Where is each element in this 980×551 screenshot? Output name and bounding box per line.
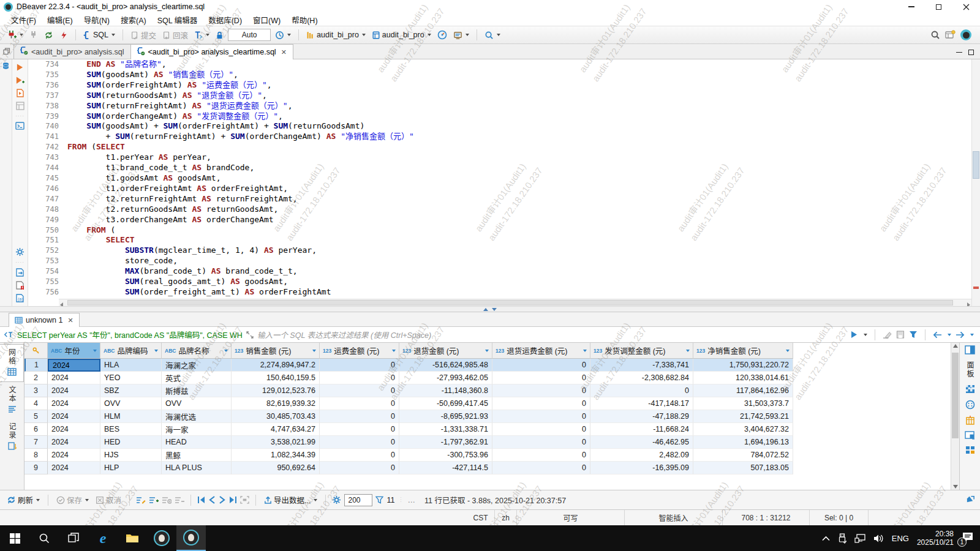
row-number[interactable]: 5	[24, 410, 48, 423]
menu-item-1[interactable]: 编辑(E)	[42, 13, 78, 27]
table-cell[interactable]: 2024	[48, 359, 100, 372]
table-cell[interactable]: 0	[492, 449, 590, 462]
table-cell[interactable]: 0	[320, 462, 399, 474]
lock-button[interactable]	[214, 29, 225, 41]
start-button[interactable]	[0, 525, 29, 551]
table-cell[interactable]: 2024	[48, 436, 100, 449]
table-cell[interactable]: 950,692.64	[232, 462, 320, 474]
table-cell[interactable]: HLM	[100, 410, 162, 423]
table-cell[interactable]: 0	[492, 462, 590, 474]
statusbar-item-1[interactable]: zh	[495, 510, 517, 525]
column-menu-icon[interactable]	[224, 350, 228, 352]
maximize-button[interactable]	[925, 0, 952, 13]
language-indicator[interactable]: ENG	[892, 534, 909, 543]
column-header-7[interactable]: 123发货调整金额 (元)	[590, 343, 693, 359]
collapse-down-icon[interactable]	[492, 308, 497, 311]
duplicate-row-icon[interactable]	[162, 496, 172, 504]
table-cell[interactable]: 0	[492, 397, 590, 410]
table-cell[interactable]: -1,797,362.91	[399, 436, 492, 449]
close-button[interactable]	[952, 0, 980, 13]
column-menu-icon[interactable]	[686, 350, 690, 352]
export-data-button[interactable]: 导出数据...	[262, 493, 319, 507]
table-cell[interactable]: -27,993,462.05	[399, 372, 492, 384]
table-cell[interactable]: -11,668.24	[590, 423, 693, 436]
statusbar-item-4[interactable]: 708 : 1 : 31212	[723, 510, 810, 525]
editor-results-splitter[interactable]	[0, 306, 980, 312]
next-row-icon[interactable]	[219, 496, 225, 504]
result-settings-gear-icon[interactable]	[332, 495, 341, 504]
overflow-ellipsis[interactable]: …	[407, 496, 415, 504]
row-number[interactable]: 7	[24, 436, 48, 449]
table-cell[interactable]: 2,274,894,947.2	[232, 359, 320, 372]
prev-row-icon[interactable]	[209, 496, 216, 504]
table-cell[interactable]: -11,148,360.8	[399, 384, 492, 397]
table-cell[interactable]: 120,338,014.61	[693, 372, 793, 384]
scroll-left-icon[interactable]	[60, 301, 63, 306]
table-cell[interactable]: 斯搏兹	[162, 384, 232, 397]
view-tab-record[interactable]: 记录	[0, 419, 24, 455]
column-header-6[interactable]: 123退货运费金额 (元)	[492, 343, 590, 359]
table-cell[interactable]: 2024	[48, 423, 100, 436]
table-cell[interactable]: 0	[492, 436, 590, 449]
layout-panel-icon[interactable]	[965, 431, 975, 440]
editor-tab-0[interactable]: <audit_bi_pro> analysis.sql	[13, 44, 131, 59]
table-cell[interactable]: 0	[492, 423, 590, 436]
settings-gear-icon[interactable]	[15, 247, 24, 257]
first-row-icon[interactable]	[197, 496, 206, 504]
table-cell[interactable]: 2024	[48, 397, 100, 410]
add-row-icon[interactable]	[149, 496, 159, 504]
menu-item-2[interactable]: 导航(N)	[79, 13, 115, 27]
statusbar-item-2[interactable]: 可写	[517, 510, 625, 525]
commit-button[interactable]: 提交	[129, 28, 158, 42]
menu-item-0[interactable]: 文件(F)	[6, 13, 41, 27]
row-number[interactable]: 9	[24, 462, 48, 474]
perspective-icon[interactable]	[945, 30, 956, 40]
table-row[interactable]: 12024HLA海澜之家2,274,894,947.20-516,624,985…	[24, 359, 951, 372]
file-explorer-button[interactable]	[118, 525, 147, 551]
table-cell[interactable]: -1,331,338.71	[399, 423, 492, 436]
execute-new-tab-icon[interactable]	[15, 76, 24, 84]
results-tab-close-icon[interactable]: ✕	[67, 317, 73, 324]
grid-vertical-scrollbar[interactable]	[951, 343, 959, 490]
table-row[interactable]: 42024OVVOVV82,619,939.320-50,699,417.450…	[24, 397, 951, 410]
tray-chevron-icon[interactable]	[822, 536, 830, 541]
column-header-1[interactable]: ABC品牌编码	[100, 343, 162, 359]
dbeaver-perspective-icon[interactable]	[960, 29, 971, 40]
table-cell[interactable]: -8,695,921.93	[399, 410, 492, 423]
editor-tab-1[interactable]: <audit_bi_pro> analysis_cleartime.sql✕	[130, 44, 293, 59]
column-menu-icon[interactable]	[485, 350, 489, 352]
table-cell[interactable]: -427,114.5	[399, 462, 492, 474]
panels-toggle-icon[interactable]	[966, 495, 975, 504]
column-menu-icon[interactable]	[786, 350, 790, 352]
menu-item-7[interactable]: 帮助(H)	[287, 13, 322, 27]
collapse-up-icon[interactable]	[483, 308, 488, 311]
row-number[interactable]: 4	[24, 397, 48, 410]
table-row[interactable]: 82024HJS黑鲸1,082,344.390-300,753.9602,482…	[24, 449, 951, 462]
row-number[interactable]: 6	[24, 423, 48, 436]
fetch-size-input[interactable]: 200	[344, 494, 372, 506]
table-cell[interactable]: -47,188.29	[590, 410, 693, 423]
table-row[interactable]: 72024HEDHEAD3,538,021.990-1,797,362.910-…	[24, 436, 951, 449]
connection-selector[interactable]: audit_bi_pro	[304, 29, 368, 41]
taskbar-search-button[interactable]	[29, 525, 59, 551]
export-result-icon[interactable]	[16, 268, 24, 277]
table-cell[interactable]: 31,503,373.7	[693, 397, 793, 410]
results-filterbar[interactable]: SELECT perYear AS "年份", brandCode AS "品牌…	[0, 327, 980, 343]
row-number[interactable]: 1	[24, 359, 48, 372]
row-filter-icon[interactable]	[375, 496, 383, 504]
table-cell[interactable]: OVV	[100, 397, 162, 410]
results-tab[interactable]: unknown 1 ✕	[9, 313, 80, 327]
column-menu-icon[interactable]	[93, 350, 97, 352]
statusbar-item-5[interactable]: Sel: 0 | 0	[810, 510, 869, 525]
speaker-icon[interactable]	[873, 534, 884, 543]
delete-row-icon[interactable]	[175, 496, 184, 504]
grid-scroll-up-icon[interactable]	[953, 344, 958, 348]
filters-menu-icon[interactable]	[909, 331, 918, 339]
code-area[interactable]: 734 END AS "品牌名称",735 SUM(goodsAmt) AS "…	[28, 59, 971, 306]
table-cell[interactable]: 1,694,196.13	[693, 436, 793, 449]
table-cell[interactable]: HED	[100, 436, 162, 449]
row-number[interactable]: 3	[24, 384, 48, 397]
reconnect-button[interactable]	[42, 29, 55, 41]
tab-close-icon[interactable]: ✕	[281, 48, 287, 56]
table-cell[interactable]: 4,747,634.27	[232, 423, 320, 436]
